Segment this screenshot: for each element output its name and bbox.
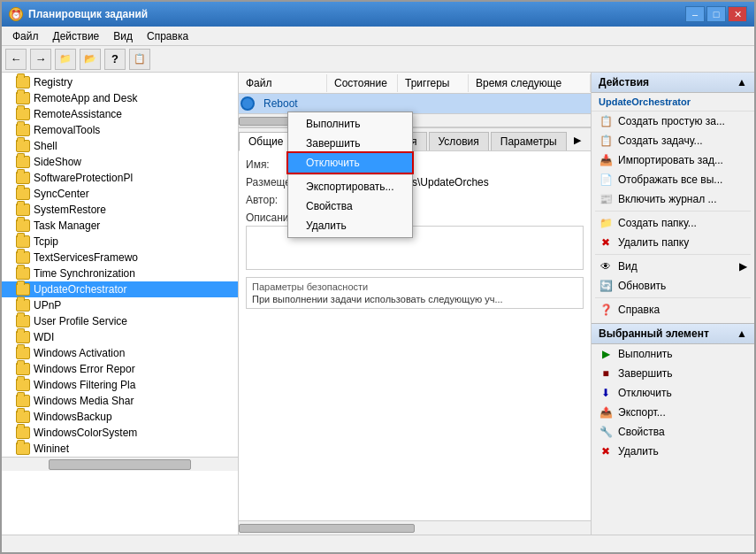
folder-icon	[16, 235, 30, 248]
task-status-icon-area	[239, 96, 256, 111]
selected-finish[interactable]: ■ Завершить	[592, 364, 754, 383]
tree-item-wdi[interactable]: WDI	[2, 329, 238, 345]
folder-icon	[16, 124, 30, 136]
task-name-cell[interactable]: Reboot	[256, 96, 327, 112]
back-button[interactable]: ←	[5, 49, 27, 70]
tree-item-userprofile[interactable]: User Profile Service	[2, 313, 238, 329]
actions-title: Действия	[599, 76, 649, 88]
folder-icon	[16, 283, 30, 296]
selected-properties-icon: 🔧	[599, 425, 613, 439]
action-import[interactable]: 📥 Импортировать зад...	[592, 150, 754, 170]
action-create-folder[interactable]: 📁 Создать папку...	[592, 213, 754, 233]
tree-item-tcpip[interactable]: Tcpip	[2, 234, 238, 250]
tree-item-timesync[interactable]: Time Synchronization	[2, 265, 238, 281]
action-show-all[interactable]: 📄 Отображать все вы...	[592, 170, 754, 189]
action-help[interactable]: ❓ Справка	[592, 300, 754, 319]
close-button[interactable]: ✕	[728, 6, 747, 22]
tree-item-wininet[interactable]: Wininet	[2, 441, 238, 457]
folder-button[interactable]: 📁	[55, 49, 76, 70]
tree-item-shell[interactable]: Shell	[2, 138, 238, 154]
ctx-delete[interactable]: Удалить	[288, 216, 412, 235]
action-view[interactable]: 👁 Вид ▶	[592, 257, 754, 276]
forward-button[interactable]: →	[30, 49, 51, 70]
tree-item-windowsbackup[interactable]: WindowsBackup	[2, 409, 238, 425]
action-import-label: Импортировать зад...	[618, 154, 723, 166]
tree-item-systemrestore[interactable]: SystemRestore	[2, 202, 238, 218]
folder-icon	[16, 140, 30, 152]
create-simple-icon: 📋	[599, 114, 613, 128]
action-help-label: Справка	[618, 304, 660, 316]
tree-item-upnp[interactable]: UPnP	[2, 297, 238, 313]
folder-icon	[16, 267, 30, 280]
tree-item-windowsfiltering[interactable]: Windows Filtering Pla	[2, 377, 238, 393]
action-refresh[interactable]: 🔄 Обновить	[592, 276, 754, 296]
import-icon: 📥	[599, 153, 613, 167]
task-triggers-cell	[341, 102, 355, 105]
folder-icon	[16, 363, 30, 375]
col-header-file: Файл	[239, 74, 327, 92]
tree-item-windowsmedia[interactable]: Windows Media Shar	[2, 393, 238, 409]
tree-item-taskmanager[interactable]: Task Manager	[2, 218, 238, 234]
ctx-properties[interactable]: Свойства	[288, 196, 412, 216]
tab-overflow[interactable]: ▶	[569, 132, 586, 150]
tree-item-remoteassistance[interactable]: RemoteAssistance	[2, 106, 238, 122]
selected-finish-icon: ■	[599, 366, 613, 381]
tree-item-sideshow[interactable]: SideShow	[2, 154, 238, 170]
folder-icon	[16, 411, 30, 423]
selected-finish-label: Завершить	[618, 367, 673, 380]
action-separator-1	[595, 211, 751, 212]
tab-conditions[interactable]: Условия	[429, 132, 489, 150]
left-scrollbar[interactable]	[2, 457, 238, 471]
folder-icon	[16, 204, 30, 216]
action-create-simple[interactable]: 📋 Создать простую за...	[592, 112, 754, 131]
ctx-disable[interactable]: Отключить	[288, 153, 412, 173]
show-all-icon: 📄	[599, 173, 613, 187]
selected-delete-icon: ✖	[599, 444, 613, 458]
col-header-status: Состояние	[327, 74, 398, 92]
minimize-button[interactable]: –	[685, 6, 705, 22]
selected-execute-icon: ▶	[599, 347, 613, 361]
tree-item-windowserror[interactable]: Windows Error Repor	[2, 361, 238, 377]
selected-properties[interactable]: 🔧 Свойства	[592, 422, 754, 442]
tree-item-synccenter[interactable]: SyncCenter	[2, 186, 238, 202]
tab-general[interactable]: Общие	[239, 132, 293, 151]
menu-help[interactable]: Справка	[140, 28, 195, 44]
tree-item-textservices[interactable]: TextServicesFramewo	[2, 250, 238, 265]
ctx-export[interactable]: Экспортировать...	[288, 177, 412, 196]
tree-item-updateorchestrator[interactable]: UpdateOrchestrator	[2, 281, 238, 297]
middle-bottom-scrollbar[interactable]	[239, 520, 591, 535]
help-button[interactable]: ?	[104, 49, 126, 70]
action-enable-journal[interactable]: 📰 Включить журнал ...	[592, 189, 754, 209]
help-icon: ❓	[599, 303, 613, 317]
menu-view[interactable]: Вид	[106, 28, 140, 44]
selected-disable[interactable]: ⬇ Отключить	[592, 383, 754, 403]
main-window: ⏰ Планировщик заданий – □ ✕ Файл Действи…	[0, 0, 756, 554]
selected-element-collapse-icon[interactable]: ▲	[737, 327, 747, 340]
folder-icon	[16, 379, 30, 391]
tree-item-windowscolorsystem[interactable]: WindowsColorSystem	[2, 425, 238, 441]
tree-item-registry[interactable]: Registry	[2, 74, 238, 90]
folder-icon	[16, 76, 30, 88]
selected-delete-label: Удалить	[618, 445, 659, 458]
menu-action[interactable]: Действие	[46, 28, 107, 44]
new-folder-button[interactable]: 📂	[80, 49, 101, 70]
selected-export[interactable]: 📤 Экспорт...	[592, 403, 754, 422]
tree-item-remoteapp[interactable]: RemoteApp and Desk	[2, 90, 238, 106]
menu-file[interactable]: Файл	[5, 28, 46, 44]
action-delete-folder[interactable]: ✖ Удалить папку	[592, 233, 754, 252]
extra-button[interactable]: 📋	[129, 49, 150, 70]
action-create-task[interactable]: 📋 Создать задачу...	[592, 131, 754, 150]
selected-execute[interactable]: ▶ Выполнить	[592, 344, 754, 364]
task-row-reboot[interactable]: Reboot	[239, 94, 591, 113]
selected-delete[interactable]: ✖ Удалить	[592, 442, 754, 461]
ctx-finish[interactable]: Завершить	[288, 134, 412, 153]
maximize-button[interactable]: □	[706, 6, 726, 22]
tab-parameters[interactable]: Параметры	[491, 132, 567, 150]
folder-icon	[16, 347, 30, 359]
tree-item-windowsactivation[interactable]: Windows Activation	[2, 345, 238, 361]
tree-item-removaltools[interactable]: RemovalTools	[2, 122, 238, 138]
actions-collapse-icon[interactable]: ▲	[737, 76, 747, 88]
ctx-execute[interactable]: Выполнить	[288, 114, 412, 134]
action-show-all-label: Отображать все вы...	[618, 173, 722, 186]
tree-item-softwareprotection[interactable]: SoftwareProtectionPl	[2, 170, 238, 186]
